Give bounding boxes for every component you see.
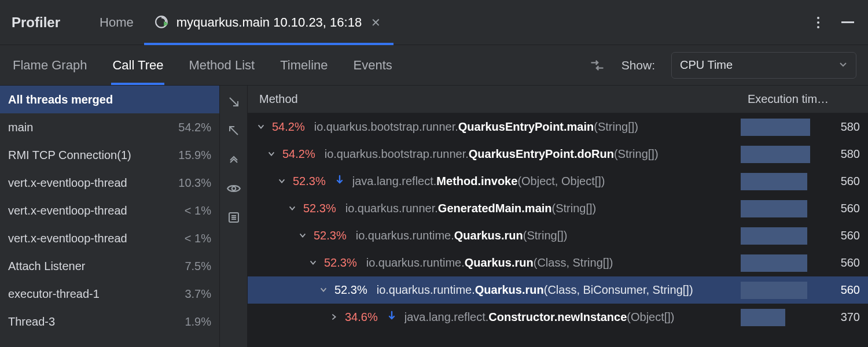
select-value: CPU Time	[680, 58, 733, 72]
thread-item[interactable]: vert.x-eventloop-thread< 1%	[0, 224, 219, 252]
column-header-method[interactable]: Method	[248, 93, 741, 106]
exec-bar	[741, 309, 785, 326]
visibility-icon[interactable]	[226, 180, 242, 197]
thread-item[interactable]: RMI TCP Connection(1)15.9%	[0, 141, 219, 169]
pct-value: 54.2%	[272, 120, 305, 134]
tree-row[interactable]: 54.2%io.quarkus.bootstrap.runner.Quarkus…	[248, 141, 868, 168]
tree-header: Method Execution tim…	[248, 86, 868, 113]
exec-value: 560	[841, 229, 860, 242]
chevron-down-icon[interactable]	[317, 283, 330, 297]
tab-call-tree[interactable]: Call Tree	[111, 46, 164, 84]
thread-item[interactable]: All threads merged	[0, 86, 219, 113]
tree-row[interactable]: 52.3%io.quarkus.runtime.Quarkus.run(Stri…	[248, 222, 868, 249]
exec-value: 560	[841, 283, 860, 297]
exec-bar	[741, 146, 810, 163]
profiler-session-icon	[155, 15, 170, 30]
exec-value: 580	[841, 120, 860, 134]
exec-value: 560	[841, 202, 860, 215]
chevron-down-icon	[838, 58, 848, 72]
thread-name: executor-thread-1	[8, 287, 100, 301]
exec-value: 370	[841, 311, 860, 324]
close-icon[interactable]: ✕	[369, 14, 383, 31]
chevron-down-icon[interactable]	[307, 256, 319, 270]
method-text: io.quarkus.runtime.Quarkus.run(String[])	[356, 229, 568, 242]
thread-name: RMI TCP Connection(1)	[8, 149, 131, 162]
main-split: All threads mergedmain54.2%RMI TCP Conne…	[0, 86, 868, 347]
cell-exec: 560	[741, 173, 868, 190]
cell-exec: 580	[741, 119, 868, 136]
cell-exec: 370	[741, 309, 868, 326]
tree-row[interactable]: 52.3%java.lang.reflect.Method.invoke(Obj…	[248, 168, 868, 195]
thread-item[interactable]: Attach Listener7.5%	[0, 252, 219, 280]
exec-value: 580	[841, 147, 860, 161]
recursive-down-icon	[387, 311, 396, 324]
pct-value: 52.3%	[324, 256, 357, 270]
chevron-down-icon[interactable]	[286, 202, 299, 215]
threads-panel: All threads mergedmain54.2%RMI TCP Conne…	[0, 86, 220, 347]
method-text: java.lang.reflect.Method.invoke(Object, …	[352, 175, 605, 188]
cell-exec: 580	[741, 146, 868, 163]
thread-pct: 7.5%	[185, 260, 211, 273]
list-icon[interactable]	[226, 209, 242, 226]
show-metric-select[interactable]: CPU Time	[671, 52, 856, 79]
pct-value: 52.3%	[314, 229, 347, 242]
thread-item[interactable]: Thread-31.9%	[0, 308, 219, 335]
exec-bar	[741, 227, 807, 245]
show-label: Show:	[621, 58, 655, 72]
tab-session[interactable]: myquarkus.main 10.10.23, 16:18 ✕	[144, 0, 393, 45]
tree-toolbar	[220, 86, 248, 347]
chevron-right-icon[interactable]	[328, 311, 340, 324]
cell-method: 34.6%java.lang.reflect.Constructor.newIn…	[248, 311, 741, 324]
tree-row[interactable]: 54.2%io.quarkus.bootstrap.runner.Quarkus…	[248, 113, 868, 141]
tab-home[interactable]: Home	[89, 0, 144, 45]
thread-pct: 54.2%	[178, 121, 211, 134]
collapse-icon[interactable]	[226, 152, 242, 168]
thread-item[interactable]: vert.x-eventloop-thread10.3%	[0, 169, 219, 197]
tab-events[interactable]: Events	[352, 46, 393, 84]
tree-row[interactable]: 52.3%io.quarkus.runtime.Quarkus.run(Clas…	[248, 249, 868, 276]
chevron-down-icon[interactable]	[296, 229, 309, 242]
tree-row[interactable]: 52.3%io.quarkus.runtime.Quarkus.run(Clas…	[248, 276, 868, 304]
method-text: io.quarkus.runner.GeneratedMain.main(Str…	[345, 202, 597, 215]
more-menu-icon[interactable]	[812, 12, 824, 33]
thread-item[interactable]: vert.x-eventloop-thread< 1%	[0, 197, 219, 224]
tab-timeline[interactable]: Timeline	[279, 46, 329, 84]
cell-method: 52.3%io.quarkus.runtime.Quarkus.run(Stri…	[248, 229, 741, 242]
tab-label: myquarkus.main 10.10.23, 16:18	[176, 15, 362, 30]
thread-item[interactable]: main54.2%	[0, 113, 219, 141]
pct-value: 54.2%	[282, 147, 315, 161]
chevron-down-icon[interactable]	[255, 120, 267, 134]
exec-bar	[741, 200, 807, 217]
chevron-down-icon[interactable]	[275, 175, 288, 188]
tree-row[interactable]: 52.3%io.quarkus.runner.GeneratedMain.mai…	[248, 195, 868, 222]
cell-method: 52.3%io.quarkus.runner.GeneratedMain.mai…	[248, 202, 741, 215]
view-tabs: Flame Graph Call Tree Method List Timeli…	[0, 45, 868, 86]
expand-down-icon[interactable]	[226, 94, 242, 110]
column-header-exec[interactable]: Execution tim…	[741, 93, 868, 106]
tree-body: 54.2%io.quarkus.bootstrap.runner.Quarkus…	[248, 113, 868, 347]
expand-up-icon[interactable]	[226, 123, 242, 139]
pct-value: 52.3%	[293, 175, 326, 188]
pct-value: 52.3%	[334, 283, 367, 297]
swap-direction-icon[interactable]	[589, 57, 605, 73]
thread-name: Thread-3	[8, 315, 55, 328]
thread-name: Attach Listener	[8, 260, 85, 273]
method-text: io.quarkus.bootstrap.runner.QuarkusEntry…	[314, 120, 638, 134]
svg-point-1	[231, 187, 236, 191]
thread-item[interactable]: executor-thread-13.7%	[0, 280, 219, 308]
thread-pct: 15.9%	[178, 149, 211, 162]
exec-bar	[741, 119, 810, 136]
tab-flame-graph[interactable]: Flame Graph	[12, 46, 88, 84]
thread-pct: < 1%	[185, 232, 211, 245]
thread-name: main	[8, 121, 33, 134]
chevron-down-icon[interactable]	[265, 147, 278, 161]
exec-value: 560	[841, 256, 860, 270]
thread-pct: < 1%	[185, 204, 211, 217]
exec-bar	[741, 173, 807, 190]
exec-bar	[741, 254, 807, 272]
minimize-icon[interactable]	[841, 21, 854, 23]
cell-exec: 560	[741, 282, 868, 299]
cell-method: 52.3%io.quarkus.runtime.Quarkus.run(Clas…	[248, 283, 741, 297]
tab-method-list[interactable]: Method List	[187, 46, 256, 84]
tree-row[interactable]: 34.6%java.lang.reflect.Constructor.newIn…	[248, 304, 868, 331]
